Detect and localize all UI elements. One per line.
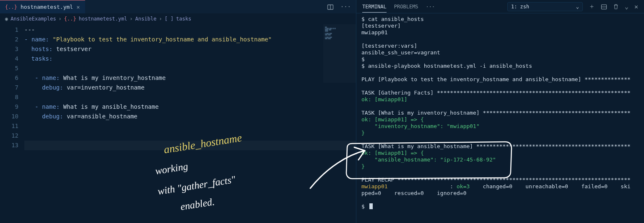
code-line[interactable]: - name: What is my inventory_hostname <box>24 73 356 83</box>
terminal-line: $ <box>361 203 639 210</box>
breadcrumb-root[interactable]: AnsibleExamples <box>10 16 56 22</box>
terminal-line: $ <box>361 56 639 63</box>
tab-filename: hostnametest.yml <box>21 4 73 10</box>
code-line[interactable]: --- <box>24 25 356 35</box>
split-editor-icon[interactable] <box>327 3 334 10</box>
code-line[interactable] <box>24 64 356 73</box>
close-panel-icon[interactable]: ✕ <box>634 3 638 10</box>
terminal-line <box>361 170 639 177</box>
kill-terminal-icon[interactable] <box>613 3 619 10</box>
terminal-line <box>361 103 639 110</box>
breadcrumb-section[interactable]: Ansible <box>135 16 157 22</box>
chevron-down-icon[interactable]: ⌄ <box>625 3 628 10</box>
breadcrumb[interactable]: ◉ AnsibleExamples › {..} hostnametest.ym… <box>0 13 356 24</box>
terminal-line: ansible_ssh_user=vagrant <box>361 49 639 56</box>
code-line[interactable] <box>24 141 356 150</box>
breadcrumb-tasks-icon: [ ] <box>164 16 174 22</box>
terminal-line <box>361 36 639 43</box>
code-line[interactable]: hosts: testserver <box>24 44 356 54</box>
terminal-line: mwiapp01 : ok=3 changed=0 unreachable=0 … <box>361 183 639 190</box>
terminal-line: $ ansible-playbook hostnametest.yml -i a… <box>361 63 639 69</box>
code-line[interactable]: tasks: <box>24 54 356 64</box>
editor-tabbar: {..} hostnametest.yml × ··· <box>0 0 356 13</box>
panel-tabbar: TERMINAL PROBLEMS ··· 1: zsh ⌄ ＋ <box>356 0 644 13</box>
minimap[interactable]: ████ ████ ████ ██ ██ █████ ████ █████ █ … <box>323 24 356 83</box>
terminal-line: $ cat ansible_hosts <box>361 16 639 23</box>
terminal-line: mwiapp01 <box>361 29 639 36</box>
yaml-file-icon: {..} <box>64 16 76 22</box>
terminal-line <box>361 197 639 203</box>
code-line[interactable]: debug: var=ansible_hostname <box>24 112 356 121</box>
code-line[interactable]: - name: What is my ansible_hostname <box>24 102 356 112</box>
terminal-line: PLAY [Playbook to test the inventory_hos… <box>361 76 639 83</box>
terminal-line: TASK [Gathering Facts] *****************… <box>361 90 639 96</box>
code-line[interactable]: debug: var=inventory_hostname <box>24 83 356 92</box>
code-line[interactable] <box>24 92 356 102</box>
line-number-gutter: 12345678910111213 <box>0 24 24 223</box>
terminal-line: pped=0 rescued=0 ignored=0 <box>361 190 639 197</box>
terminal-line <box>361 136 639 143</box>
close-icon[interactable]: × <box>76 4 80 10</box>
terminal-line <box>361 69 639 76</box>
code-line[interactable] <box>24 131 356 141</box>
terminal-line: "ansible_hostname": "ip-172-45-68-92" <box>361 156 639 163</box>
yaml-file-icon: {..} <box>5 4 17 10</box>
terminal-line: } <box>361 130 639 136</box>
tab-problems[interactable]: PROBLEMS <box>394 4 418 10</box>
more-panel-icon[interactable]: ··· <box>426 4 435 10</box>
terminal-output[interactable]: $ cat ansible_hosts[testserver]mwiapp01 … <box>356 13 644 223</box>
terminal-line: ok: [mwiapp01] <box>361 96 639 103</box>
more-actions-icon[interactable]: ··· <box>340 3 351 10</box>
terminal-line: PLAY RECAP *****************************… <box>361 177 639 183</box>
chevron-down-icon: ⌄ <box>576 4 579 10</box>
split-terminal-icon[interactable] <box>601 3 607 10</box>
code-line[interactable]: - name: "Playbook to test the inventory_… <box>24 35 356 44</box>
breadcrumb-tasks[interactable]: tasks <box>176 16 191 22</box>
code-line[interactable] <box>24 121 356 131</box>
editor-tab-active[interactable]: {..} hostnametest.yml × <box>0 0 85 13</box>
terminal-selector-label: 1: zsh <box>511 4 529 10</box>
terminal-selector[interactable]: 1: zsh ⌄ <box>507 2 583 11</box>
terminal-line: TASK [What is my inventory_hostname] ***… <box>361 110 639 116</box>
terminal-line: "inventory_hostname": "mwiapp01" <box>361 123 639 130</box>
terminal-line: TASK [What is my ansible_hostname] *****… <box>361 143 639 150</box>
terminal-line: } <box>361 163 639 170</box>
terminal-line: [testserver] <box>361 23 639 29</box>
new-terminal-icon[interactable]: ＋ <box>589 3 595 10</box>
code-editor[interactable]: 12345678910111213 ---- name: "Playbook t… <box>0 24 356 223</box>
code-content[interactable]: ---- name: "Playbook to test the invento… <box>24 24 356 223</box>
breadcrumb-file[interactable]: hostnametest.yml <box>79 16 127 22</box>
terminal-line: ok: [mwiapp01] => { <box>361 150 639 156</box>
tab-terminal[interactable]: TERMINAL <box>362 4 387 13</box>
terminal-line: [testserver:vars] <box>361 43 639 49</box>
terminal-line <box>361 83 639 90</box>
terminal-line: ok: [mwiapp01] => { <box>361 116 639 123</box>
breadcrumb-dot-icon: ◉ <box>5 16 8 22</box>
